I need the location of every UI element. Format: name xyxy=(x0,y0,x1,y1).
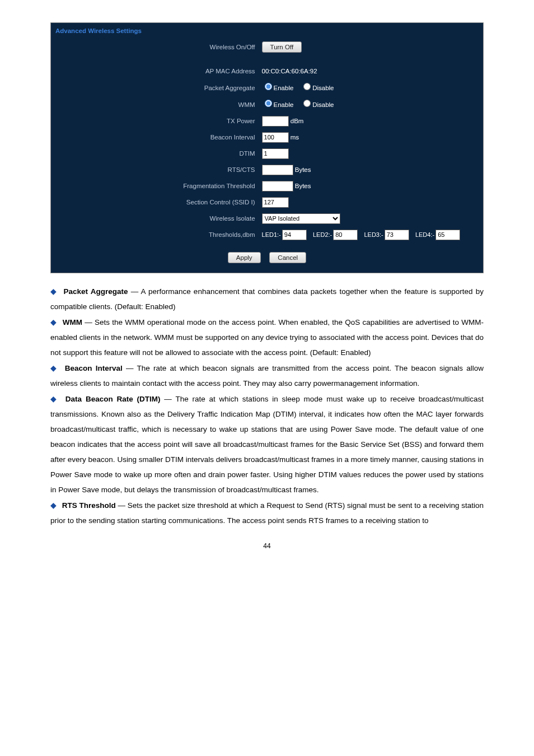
section-control-label: Section Control (SSID I) xyxy=(51,194,259,211)
wireless-onoff-label: Wireless On/Off xyxy=(51,39,259,55)
ap-mac-value: 00:C0:CA:60:6A:92 xyxy=(259,63,483,80)
rts-text: — Sets the packet size threshold at whic… xyxy=(50,501,484,525)
paragraph-rts: ◆ RTS Threshold — Sets the packet size t… xyxy=(50,497,484,528)
page-number: 44 xyxy=(50,539,484,553)
rtscts-input[interactable] xyxy=(262,165,293,175)
led4-input[interactable] xyxy=(435,230,460,240)
wmm-term: WMM xyxy=(63,318,82,326)
wmm-label: WMM xyxy=(51,96,259,113)
cancel-button[interactable]: Cancel xyxy=(269,252,306,263)
ap-mac-label: AP MAC Address xyxy=(51,63,259,80)
section-control-input[interactable] xyxy=(262,197,289,208)
led3-input[interactable] xyxy=(385,230,409,240)
advanced-wireless-panel: Advanced Wireless Settings Wireless On/O… xyxy=(50,22,484,273)
frag-label: Fragmentation Threshold xyxy=(51,178,259,194)
rtscts-label: RTS/CTS xyxy=(51,162,259,178)
led4-label: LED4:- xyxy=(415,231,434,238)
enable-label-2: Enable xyxy=(274,101,294,108)
dtim-text: — The rate at which stations in sleep mo… xyxy=(50,395,484,494)
tx-power-input[interactable] xyxy=(262,116,289,127)
led3-label: LED3:- xyxy=(364,231,383,238)
frag-input[interactable] xyxy=(262,181,293,192)
packet-aggregate-label: Packet Aggregate xyxy=(51,80,259,96)
disable-label-2: Disable xyxy=(312,101,334,108)
dtim-term: Data Beacon Rate (DTIM) xyxy=(65,395,161,403)
wireless-isolate-select[interactable]: VAP Isolated xyxy=(262,213,340,224)
led1-input[interactable] xyxy=(282,230,307,240)
led1-label: LED1:- xyxy=(262,231,281,238)
dtim-input[interactable] xyxy=(262,148,289,159)
packet-aggregate-term: Packet Aggregate xyxy=(64,287,128,296)
paragraph-dtim: ◆ Data Beacon Rate (DTIM) — The rate at … xyxy=(50,391,484,497)
beacon-interval-input[interactable] xyxy=(262,132,289,143)
thresholds-label: Thresholds,dbm xyxy=(51,227,259,243)
dtim-label: DTIM xyxy=(51,146,259,162)
bullet-icon: ◆ xyxy=(50,363,58,372)
panel-header: Advanced Wireless Settings xyxy=(51,23,483,39)
packet-aggregate-disable-radio[interactable] xyxy=(303,83,311,90)
wireless-isolate-label: Wireless Isolate xyxy=(51,211,259,227)
bullet-icon: ◆ xyxy=(50,287,57,296)
beacon-interval-label: Beacon Interval xyxy=(51,129,259,146)
wmm-text: — Sets the WMM operational mode on the a… xyxy=(50,318,484,357)
bullet-icon: ◆ xyxy=(50,394,58,403)
paragraph-wmm: ◆ WMM — Sets the WMM operational mode on… xyxy=(50,314,484,360)
packet-aggregate-enable-radio[interactable] xyxy=(265,83,272,90)
paragraph-packet-aggregate: ◆ Packet Aggregate — A performance enhan… xyxy=(50,283,484,314)
tx-power-label: TX Power xyxy=(51,113,259,129)
apply-button[interactable]: Apply xyxy=(228,252,261,263)
disable-label: Disable xyxy=(312,85,334,91)
wmm-enable-radio[interactable] xyxy=(265,100,272,107)
wmm-disable-radio[interactable] xyxy=(303,100,311,107)
led2-label: LED2:- xyxy=(313,231,332,238)
bullet-icon: ◆ xyxy=(50,318,57,326)
frag-unit: Bytes xyxy=(295,183,311,189)
paragraph-beacon-interval: ◆ Beacon Interval — The rate at which be… xyxy=(50,360,484,391)
beacon-interval-term: Beacon Interval xyxy=(65,364,123,372)
turn-off-button[interactable]: Turn Off xyxy=(262,41,302,53)
beacon-interval-unit: ms xyxy=(291,134,299,141)
rtscts-unit: Bytes xyxy=(295,166,311,173)
enable-label: Enable xyxy=(274,85,294,91)
bullet-icon: ◆ xyxy=(50,501,57,510)
led2-input[interactable] xyxy=(333,230,358,240)
tx-power-unit: dBm xyxy=(291,118,304,124)
rts-term: RTS Threshold xyxy=(62,501,116,510)
